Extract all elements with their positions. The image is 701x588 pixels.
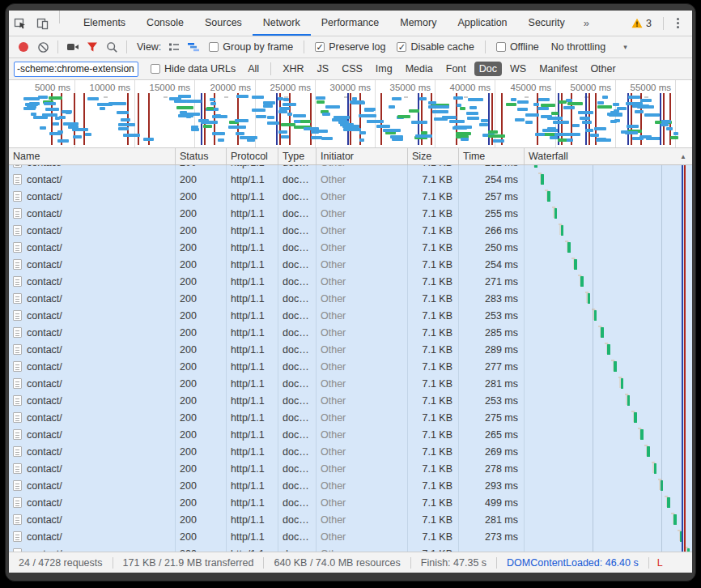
column-header-time[interactable]: Time — [459, 148, 525, 164]
filter-pill-css[interactable]: CSS — [337, 62, 367, 76]
filter-pill-js[interactable]: JS — [312, 62, 334, 76]
table-row[interactable]: contact/200http/1.1doc…Other7.1 KB271 ms — [9, 273, 692, 290]
hide-data-urls-toggle[interactable]: Hide data URLs — [151, 63, 236, 75]
use-large-rows-button[interactable] — [164, 38, 184, 56]
table-row[interactable]: contact/200http/1.1doc…Other7.1 KB253 ms — [9, 307, 692, 324]
table-row[interactable]: contact/200http/1.1doc…Other7.1 KB289 ms — [9, 341, 692, 358]
table-row[interactable]: contact/200http/1.1doc…Other7.1 KB265 ms — [9, 426, 692, 443]
record-network-log-button[interactable] — [14, 38, 33, 56]
show-overview-button[interactable] — [184, 38, 203, 56]
table-row[interactable]: contact/200http/1.1doc…Other7.1 KB275 ms — [9, 409, 692, 426]
table-row[interactable]: contact/200http/1.1doc…Other7.1 KB499 ms — [9, 494, 692, 511]
column-header-size[interactable]: Size — [408, 148, 459, 164]
filter-input[interactable] — [14, 62, 138, 77]
request-activity-dash — [607, 113, 622, 116]
request-activity-dash — [397, 115, 410, 118]
table-row[interactable]: contact/200http/1.1doc…Other7.1 KB293 ms — [9, 477, 692, 494]
tab-sources[interactable]: Sources — [194, 11, 253, 36]
table-row[interactable]: contact/200http/1.1doc…Other7.1 KB252 ms — [9, 165, 692, 171]
request-activity-dash — [55, 117, 60, 120]
request-activity-dash — [85, 133, 91, 136]
capture-screenshots-button[interactable] — [63, 38, 83, 56]
toolbar-divider-3 — [304, 40, 304, 53]
overview-gridline — [134, 80, 135, 147]
cell-name: contact/ — [9, 341, 176, 358]
table-row[interactable]: contact/200http/1.1doc…Other7.1 KB269 ms — [9, 443, 692, 460]
cell-initiator: Other — [317, 528, 408, 545]
request-activity-dash — [121, 118, 131, 121]
inspect-element-button[interactable] — [9, 11, 32, 36]
table-row[interactable]: contact/200http/1.1doc…Other7.1 KB257 ms — [9, 188, 692, 205]
filter-pill-ws[interactable]: WS — [505, 62, 531, 76]
group-by-frame-checkbox[interactable] — [209, 42, 219, 52]
filter-pill-xhr[interactable]: XHR — [278, 62, 308, 76]
preserve-log-checkbox[interactable]: ✓ — [315, 42, 325, 52]
filter-pill-other[interactable]: Other — [585, 62, 620, 76]
request-activity-dash — [44, 102, 56, 105]
throttling-dropdown[interactable]: No throttling ▾ — [551, 41, 627, 53]
filter-pill-all[interactable]: All — [243, 62, 264, 76]
table-row[interactable]: contact/200http/1.1doc…Other7.1 KB254 ms — [9, 256, 692, 273]
filter-pill-font[interactable]: Font — [441, 62, 471, 76]
device-toolbar-button[interactable] — [32, 11, 54, 36]
filter-button[interactable] — [83, 38, 102, 56]
table-row[interactable]: contact/200http/1.1doc…Other7.1 KB278 ms — [9, 460, 692, 477]
cell-protocol: http/1.1 — [227, 171, 278, 188]
cell-name: contact/ — [9, 307, 176, 324]
devtools-menu-button[interactable] — [669, 18, 687, 28]
table-row[interactable]: contact/200http/1.1doc…Other7.1 KB266 ms — [9, 222, 692, 239]
tab-elements[interactable]: Elements — [73, 11, 136, 36]
request-activity-dash — [392, 97, 401, 100]
disable-cache-toggle[interactable]: ✓ Disable cache — [397, 41, 474, 53]
table-row[interactable]: contact/200http/1.1doc…Other7.1 KB — [9, 545, 692, 552]
group-by-frame-toggle[interactable]: Group by frame — [209, 41, 293, 53]
devtools-content: ElementsConsoleSourcesNetworkPerformance… — [9, 11, 692, 573]
offline-toggle[interactable]: Offline — [496, 41, 539, 53]
tab-network[interactable]: Network — [253, 11, 311, 36]
offline-checkbox[interactable] — [496, 42, 506, 52]
column-header-waterfall[interactable]: Waterfall▲ — [525, 148, 692, 164]
table-row[interactable]: contact/200http/1.1doc…Other7.1 KB283 ms — [9, 290, 692, 307]
table-row[interactable]: contact/200http/1.1doc…Other7.1 KB254 ms — [9, 171, 692, 188]
search-button[interactable] — [102, 38, 121, 56]
cell-type: doc… — [278, 511, 317, 528]
document-icon — [13, 548, 22, 552]
column-header-protocol[interactable]: Protocol — [227, 148, 278, 164]
table-row[interactable]: contact/200http/1.1doc…Other7.1 KB281 ms — [9, 511, 692, 528]
request-activity-dash — [332, 118, 347, 121]
tab-performance[interactable]: Performance — [311, 11, 390, 36]
filter-pill-doc[interactable]: Doc — [474, 62, 502, 76]
network-overview-timeline[interactable]: 5000 ms10000 ms15000 ms20000 ms25000 ms3… — [9, 80, 692, 148]
table-row[interactable]: contact/200http/1.1doc…Other7.1 KB285 ms — [9, 324, 692, 341]
table-row[interactable]: contact/200http/1.1doc…Other7.1 KB281 ms — [9, 375, 692, 392]
tab-security[interactable]: Security — [518, 11, 576, 36]
table-row[interactable]: contact/200http/1.1doc…Other7.1 KB250 ms — [9, 239, 692, 256]
tab-memory[interactable]: Memory — [389, 11, 447, 36]
table-row[interactable]: contact/200http/1.1doc…Other7.1 KB277 ms — [9, 358, 692, 375]
more-panels-button[interactable]: » — [576, 11, 597, 36]
console-warnings-button[interactable]: 3 — [625, 18, 658, 29]
clear-network-log-button[interactable] — [33, 38, 53, 56]
table-row[interactable]: contact/200http/1.1doc…Other7.1 KB273 ms — [9, 528, 692, 545]
preserve-log-toggle[interactable]: ✓ Preserve log — [315, 41, 385, 53]
view-label: View: — [137, 41, 161, 53]
column-header-initiator[interactable]: Initiator — [317, 148, 408, 164]
tab-application[interactable]: Application — [447, 11, 517, 36]
table-row[interactable]: contact/200http/1.1doc…Other7.1 KB255 ms — [9, 205, 692, 222]
disable-cache-checkbox[interactable]: ✓ — [397, 42, 406, 52]
table-row[interactable]: contact/200http/1.1doc…Other7.1 KB253 ms — [9, 392, 692, 409]
column-header-status[interactable]: Status — [176, 148, 227, 164]
document-icon — [13, 344, 22, 355]
cell-status: 200 — [176, 290, 227, 307]
request-activity-dash — [610, 120, 617, 123]
request-activity-dash — [87, 97, 98, 100]
filter-pill-img[interactable]: Img — [371, 62, 397, 76]
tab-console[interactable]: Console — [136, 11, 194, 36]
column-header-name[interactable]: Name — [9, 148, 176, 164]
hide-data-urls-checkbox[interactable] — [151, 64, 160, 74]
request-activity-dash — [554, 133, 570, 136]
filter-pill-media[interactable]: Media — [401, 62, 438, 76]
network-toolbar: View: — [9, 36, 692, 58]
column-header-type[interactable]: Type — [278, 148, 317, 164]
filter-pill-manifest[interactable]: Manifest — [534, 62, 582, 76]
